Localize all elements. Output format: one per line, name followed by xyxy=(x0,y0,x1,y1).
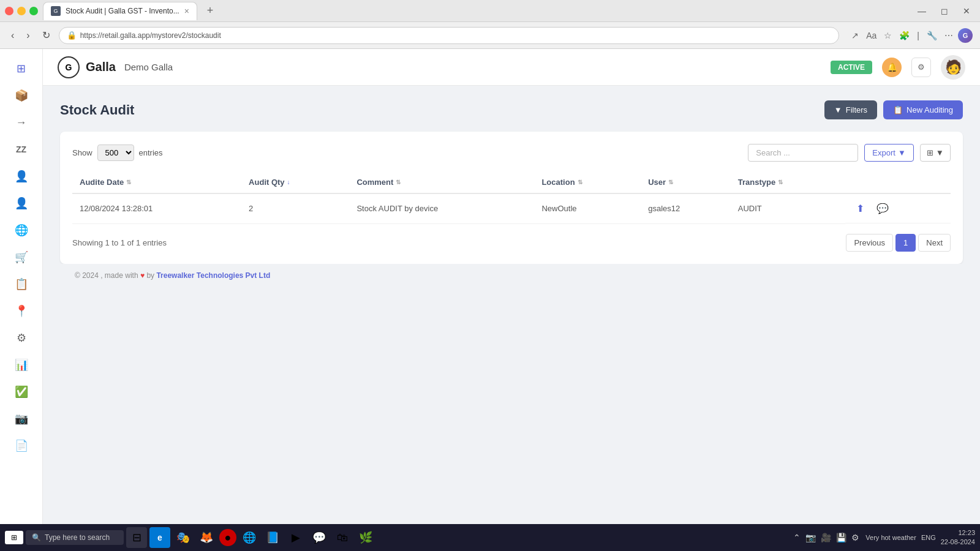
sidebar-item-checklist[interactable]: ✅ xyxy=(9,380,34,404)
taskbar-skype[interactable]: 💬 xyxy=(309,527,330,548)
taskbar-firefox[interactable]: 🦊 xyxy=(196,527,217,548)
pagination-area: Showing 1 to 1 of 1 entries Previous 1 N… xyxy=(72,234,951,252)
sidebar-item-person2[interactable]: 👤 xyxy=(9,191,34,216)
restore-btn[interactable]: ◻ xyxy=(936,4,953,18)
upload-action-btn[interactable]: ⬆ xyxy=(853,201,868,216)
sort-location-icon: ⇅ xyxy=(578,179,582,186)
star-icon[interactable]: ☆ xyxy=(881,28,894,43)
taskbar-youtube[interactable]: ▶ xyxy=(285,527,306,548)
extension-icon[interactable]: 🧩 xyxy=(897,28,912,43)
sidebar-item-document[interactable]: 📄 xyxy=(9,433,34,458)
table-row: 12/08/2024 13:28:01 2 Stock AUDIT by dev… xyxy=(72,193,951,223)
taskbar-store[interactable]: 🛍 xyxy=(332,527,353,548)
taskbar-edge[interactable]: e xyxy=(149,527,170,548)
more-tools[interactable]: ⋯ xyxy=(942,28,956,43)
lock-icon: 🔒 xyxy=(67,31,77,40)
profile-split[interactable]: | xyxy=(914,28,922,43)
export-btn[interactable]: Export ▼ xyxy=(864,144,913,162)
taskbar-right: ⌃ 📷 🎥 💾 ⚙ Very hot weather ENG 12:23 22-… xyxy=(792,528,975,547)
start-btn[interactable]: ⊞ xyxy=(5,531,23,544)
logo-text: Galla xyxy=(86,60,116,74)
next-btn[interactable]: Next xyxy=(918,234,951,252)
tray-camera[interactable]: 📷 xyxy=(804,531,817,544)
view-toggle-btn[interactable]: ⊞ ▼ xyxy=(920,144,951,162)
taskbar-view-btn[interactable]: ⊟ xyxy=(126,527,147,548)
taskbar-search[interactable]: 🔍 Type here to search xyxy=(26,530,124,545)
minimize-btn[interactable]: — xyxy=(913,4,931,18)
footer-company-link[interactable]: Treewalker Technologies Pvt Ltd xyxy=(156,271,270,280)
footer: © 2024 , made with ♥ by Treewalker Techn… xyxy=(60,264,963,287)
browser-profile-avatar[interactable]: G xyxy=(958,28,973,43)
page-1-btn[interactable]: 1 xyxy=(895,234,916,252)
sidebar-item-layers[interactable]: 📋 xyxy=(9,272,34,296)
tray-storage[interactable]: 💾 xyxy=(835,531,848,544)
share-icon[interactable]: ↗ xyxy=(849,28,861,43)
tab-close-btn[interactable]: × xyxy=(184,6,189,16)
table-body: 12/08/2024 13:28:01 2 Stock AUDIT by dev… xyxy=(72,193,951,223)
taskbar-app2[interactable]: ● xyxy=(219,529,236,546)
cell-location: NewOutle xyxy=(534,193,641,223)
close-window-btn[interactable] xyxy=(5,7,13,15)
read-icon[interactable]: Aa xyxy=(864,28,879,43)
maximize-window-btn[interactable] xyxy=(29,7,38,15)
cell-audite-date: 12/08/2024 13:28:01 xyxy=(72,193,241,223)
browser-tab[interactable]: G Stock Audit | Galla GST - Invento... × xyxy=(43,2,197,20)
sidebar-item-globe[interactable]: 🌐 xyxy=(9,218,34,242)
browser-addressbar: ‹ › ↻ 🔒 https://retail.galla.app/mystore… xyxy=(0,22,980,49)
new-auditing-btn[interactable]: 📋 New Auditing xyxy=(883,100,963,119)
export-label: Export xyxy=(872,148,895,157)
col-location[interactable]: Location ⇅ xyxy=(534,171,641,193)
footer-by: by xyxy=(146,271,154,280)
sidebar-item-inventory[interactable]: 📦 xyxy=(9,83,34,108)
forward-btn[interactable]: › xyxy=(23,28,33,43)
tray-settings[interactable]: ⚙ xyxy=(850,531,861,544)
cell-actions: ⬆ 💬 xyxy=(845,194,951,223)
notification-btn[interactable]: 🔔 xyxy=(882,58,902,77)
entries-label: entries xyxy=(139,148,163,157)
new-tab-btn[interactable]: + xyxy=(202,4,219,17)
sidebar-item-zz[interactable]: ZZ xyxy=(9,137,34,162)
search-input[interactable] xyxy=(748,144,858,162)
tray-video[interactable]: 🎥 xyxy=(820,531,832,544)
tray-up-arrow[interactable]: ⌃ xyxy=(792,531,802,544)
url-display: https://retail.galla.app/mystorev2/stock… xyxy=(80,31,832,40)
sidebar-item-person1[interactable]: 👤 xyxy=(9,164,34,189)
browser-extensions[interactable]: 🔧 xyxy=(924,28,940,43)
col-audite-date[interactable]: Audite Date ⇅ xyxy=(72,171,241,193)
minimize-window-btn[interactable] xyxy=(17,7,26,15)
footer-heart: ♥ xyxy=(140,271,145,280)
sidebar-item-arrow[interactable]: → xyxy=(9,110,34,135)
refresh-btn[interactable]: ↻ xyxy=(39,27,54,43)
window-controls[interactable] xyxy=(5,7,38,15)
store-name: Demo Galla xyxy=(124,62,173,72)
taskbar-chrome[interactable]: 🌐 xyxy=(239,527,260,548)
view-action-btn[interactable]: 💬 xyxy=(873,201,892,216)
settings-btn[interactable]: ⚙ xyxy=(911,58,931,77)
footer-copyright: © 2024 , made with xyxy=(75,271,138,280)
back-btn[interactable]: ‹ xyxy=(7,28,18,43)
sidebar-item-shopping[interactable]: 🛒 xyxy=(9,245,34,269)
sort-audit-qty-icon: ↓ xyxy=(287,179,290,186)
sidebar-item-location[interactable]: 📍 xyxy=(9,299,34,323)
entries-select[interactable]: 500 100 50 25 10 xyxy=(97,144,134,161)
search-icon: 🔍 xyxy=(32,533,41,542)
app-container: ⊞ 📦 → ZZ 👤 👤 🌐 🛒 📋 📍 ⚙ 📊 ✅ 📷 📄 G xyxy=(0,49,980,524)
window-action-controls[interactable]: — ◻ ✕ xyxy=(913,4,975,18)
user-avatar[interactable]: 🧑 xyxy=(941,55,965,80)
col-transtype[interactable]: Transtype ⇅ xyxy=(731,171,846,193)
filters-btn[interactable]: ▼ Filters xyxy=(824,100,877,119)
col-audit-qty[interactable]: Audit Qty ↓ xyxy=(241,171,349,193)
close-btn[interactable]: ✕ xyxy=(958,4,975,18)
address-bar[interactable]: 🔒 https://retail.galla.app/mystorev2/sto… xyxy=(59,27,840,44)
taskbar-tray-icons: ⌃ 📷 🎥 💾 ⚙ xyxy=(792,531,861,544)
sidebar-item-dashboard[interactable]: ⊞ xyxy=(9,56,34,81)
taskbar-app4[interactable]: 🌿 xyxy=(355,527,376,548)
taskbar-app3[interactable]: 📘 xyxy=(262,527,283,548)
previous-btn[interactable]: Previous xyxy=(846,234,893,252)
sidebar-item-report[interactable]: 📊 xyxy=(9,353,34,377)
sidebar-item-settings[interactable]: ⚙ xyxy=(9,326,34,350)
col-user[interactable]: User ⇅ xyxy=(641,171,731,193)
sidebar-item-camera[interactable]: 📷 xyxy=(9,407,34,431)
taskbar-app1[interactable]: 🎭 xyxy=(173,527,194,548)
col-comment[interactable]: Comment ⇅ xyxy=(349,171,534,193)
